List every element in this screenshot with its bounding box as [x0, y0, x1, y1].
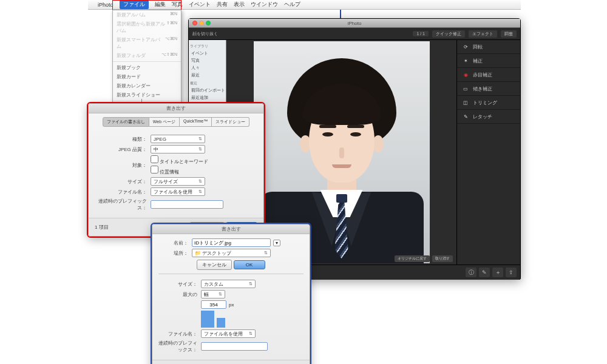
menu-view[interactable]: 表示	[234, 1, 245, 8]
tool-enhance[interactable]: ✶補正	[457, 54, 520, 68]
window-toolbar: 顔を切り抜く 1 / 1 クイック修正 エフェクト 調整	[189, 28, 520, 40]
tab-webpage[interactable]: Web ページ	[149, 117, 180, 127]
tool-redeye[interactable]: ◉赤目補正	[457, 68, 520, 82]
chevron-updown-icon: ⇅	[264, 251, 268, 255]
dialog-title: 書き出す	[152, 224, 310, 234]
filename-select[interactable]: ファイル名を使用⇅	[151, 187, 205, 196]
rotate-icon: ⟳	[462, 43, 469, 50]
kind-select[interactable]: JPEG⇅	[151, 135, 205, 143]
prefix-input[interactable]	[151, 200, 223, 209]
tab-quicktime[interactable]: QuickTime™	[180, 117, 212, 127]
place-select[interactable]: 📁 デスクトップ⇅	[192, 249, 271, 257]
share-icon[interactable]: ⇪	[506, 268, 517, 277]
add-icon[interactable]: ＋	[492, 268, 503, 277]
menu-help[interactable]: ヘルプ	[284, 1, 300, 8]
sidebar-item[interactable]: 前回のインポート	[190, 87, 225, 94]
sidebar-heading: 最近	[190, 81, 225, 86]
px-unit: px	[229, 302, 234, 308]
menu-separator	[113, 61, 181, 62]
menu-item[interactable]: 新規スマートアルバム⌥⌘N	[113, 35, 181, 51]
chevron-updown-icon: ⇅	[198, 147, 202, 152]
prefix-label: 連続時のプレフィックス：	[158, 340, 201, 353]
edit-icon[interactable]: ✎	[479, 268, 490, 277]
filename-input[interactable]	[192, 238, 271, 247]
sidebar-item[interactable]: 人々	[190, 64, 225, 72]
item-count: 1 項目	[95, 224, 109, 231]
name-label: 名前：	[158, 240, 192, 246]
tool-crop[interactable]: ◫トリミング	[457, 96, 520, 110]
place-label: 場所：	[158, 250, 192, 257]
enhance-icon: ✶	[462, 57, 469, 64]
menu-item[interactable]: 新規スライドショー	[113, 90, 181, 99]
menu-separator	[113, 101, 181, 101]
tool-rotate[interactable]: ⟳回転	[457, 40, 520, 54]
kind-label: 種類：	[95, 136, 151, 143]
tool-straighten[interactable]: ▭傾き補正	[457, 82, 520, 96]
photo-counter: 1 / 1	[413, 31, 429, 36]
prefix-label: 連続時のプレフィックス：	[95, 198, 151, 211]
menu-events[interactable]: イベント	[189, 1, 211, 8]
sidebar-item[interactable]: イベント	[190, 50, 225, 57]
sidebar-item[interactable]: 最近	[190, 72, 225, 79]
menu-item[interactable]: 新規カード	[113, 72, 181, 81]
size-select[interactable]: カスタム⇅	[201, 280, 256, 288]
export-dialog: 書き出す ファイルの書き出し Web ページ QuickTime™ スライドショ…	[88, 103, 264, 237]
minimize-icon[interactable]	[199, 21, 204, 25]
revert-button[interactable]: オリジナルに戻す	[395, 255, 430, 262]
retouch-icon: ✎	[462, 113, 469, 120]
menu-window[interactable]: ウインドウ	[251, 1, 278, 8]
straighten-icon: ▭	[462, 85, 469, 92]
menu-photos[interactable]: 写真	[172, 1, 183, 8]
menu-item[interactable]: 選択範囲から新規アルバム⇧⌘N	[113, 19, 181, 35]
tab-slideshow[interactable]: スライドショー	[212, 117, 249, 127]
tab-quickfix[interactable]: クイック修正	[432, 30, 465, 38]
size-label: サイズ：	[158, 281, 201, 288]
save-dialog: 書き出す 名前： ▾ 場所： 📁 デスクトップ⇅ キャンセル OK サイズ： カ…	[152, 224, 310, 364]
size-select[interactable]: フルサイズ⇅	[151, 177, 205, 186]
location-checkbox[interactable]: 位置情報	[151, 166, 179, 175]
quality-select[interactable]: 中⇅	[151, 145, 205, 153]
ok-button[interactable]: OK	[234, 260, 265, 269]
prefix-input[interactable]	[201, 342, 268, 351]
app-name: iPhoto	[98, 2, 114, 8]
quality-label: JPEG 品質：	[95, 146, 151, 153]
redeye-icon: ◉	[462, 71, 469, 78]
edit-tools-panel: ⟳回転 ✶補正 ◉赤目補正 ▭傾き補正 ◫トリミング ✎レタッチ	[456, 40, 520, 265]
menu-edit[interactable]: 編集	[155, 1, 166, 8]
filename-select[interactable]: ファイル名を使用⇅	[201, 329, 256, 338]
expand-icon[interactable]: ▾	[273, 240, 280, 246]
chevron-updown-icon: ⇅	[219, 292, 222, 297]
menu-share[interactable]: 共有	[217, 1, 228, 8]
tab-file-export[interactable]: ファイルの書き出し	[103, 117, 149, 127]
pixel-input[interactable]	[201, 300, 226, 309]
chevron-updown-icon: ⇅	[198, 136, 202, 141]
close-icon[interactable]	[192, 21, 197, 25]
tab-effects[interactable]: エフェクト	[469, 30, 497, 38]
info-icon[interactable]: ⓘ	[466, 268, 476, 277]
undo-button[interactable]: 取り消す	[432, 255, 453, 262]
traffic-lights	[192, 21, 211, 25]
target-label: 対象：	[95, 162, 151, 169]
size-preview-icon	[201, 311, 228, 328]
cancel-button[interactable]: キャンセル	[197, 260, 232, 270]
filename-label: ファイル名：	[95, 189, 151, 195]
window-titlebar: iPhoto	[189, 19, 520, 28]
dimension-select[interactable]: 幅⇅	[201, 290, 225, 298]
dialog-title: 書き出す	[89, 104, 263, 113]
chevron-updown-icon: ⇅	[198, 189, 202, 194]
max-label: 最大の	[158, 291, 201, 298]
title-keywords-checkbox[interactable]: タイトルとキーワード	[151, 155, 208, 165]
filename-label: ファイル名：	[158, 331, 201, 337]
crop-icon: ◫	[462, 99, 469, 106]
sidebar-item[interactable]: 写真	[190, 57, 225, 64]
tool-retouch[interactable]: ✎レタッチ	[457, 110, 520, 124]
menu-item[interactable]: 新規アルバム⌘N	[113, 10, 181, 19]
sidebar-item[interactable]: 最近追加	[190, 94, 225, 101]
zoom-icon[interactable]	[206, 21, 211, 25]
menu-item[interactable]: 新規ブック	[113, 63, 181, 72]
menu-item[interactable]: 新規フォルダ⌥⇧⌘N	[113, 51, 181, 60]
menu-file[interactable]: ファイル	[120, 0, 149, 9]
menu-item[interactable]: 新規カレンダー	[113, 81, 181, 90]
chevron-updown-icon: ⇅	[198, 179, 202, 184]
tab-adjust[interactable]: 調整	[501, 30, 517, 38]
